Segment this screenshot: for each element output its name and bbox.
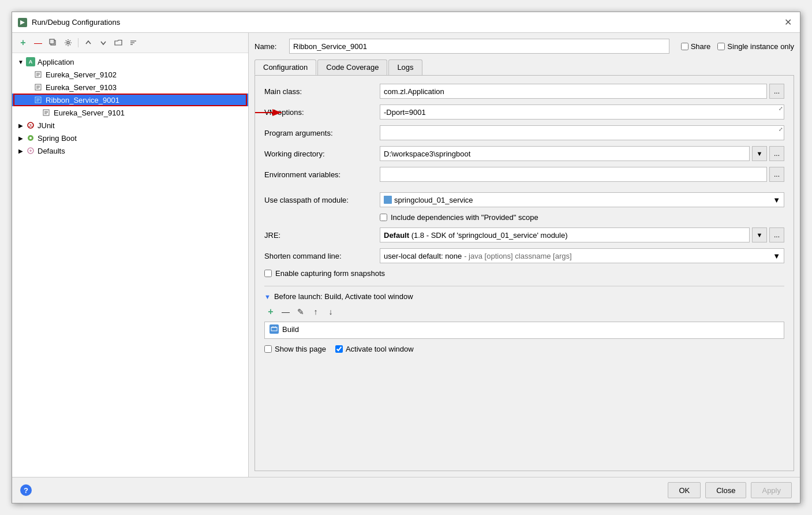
tree-label-springboot: Spring Boot — [38, 134, 77, 143]
svg-point-3 — [67, 42, 69, 44]
toggle-defaults[interactable]: ▶ — [17, 147, 25, 155]
launch-remove-btn[interactable]: — — [279, 305, 292, 318]
vm-options-input[interactable] — [380, 105, 784, 120]
name-input[interactable] — [289, 39, 669, 54]
move-up-button[interactable] — [82, 36, 95, 49]
build-icon — [270, 324, 279, 334]
launch-list-item-build[interactable]: Build — [265, 322, 784, 336]
main-class-control: ... — [380, 84, 784, 99]
run-debug-dialog: Run/Debug Configurations ✕ + — — [12, 12, 800, 503]
copy-config-button[interactable] — [47, 36, 59, 49]
config-tree[interactable]: ▼ A Application Eureka_Server_9102 E — [12, 53, 248, 477]
jre-select[interactable]: Default (1.8 - SDK of 'springcloud_01_se… — [380, 227, 750, 242]
jre-row: JRE: Default (1.8 - SDK of 'springcloud_… — [264, 227, 784, 242]
vm-expand-icon[interactable]: ⤢ — [773, 105, 784, 120]
env-vars-browse-btn[interactable]: ... — [769, 167, 784, 182]
config-icon-ribbon9001 — [34, 95, 43, 105]
config-icon-eureka9101 — [42, 108, 51, 117]
tree-item-springboot[interactable]: ▶ Spring Boot — [12, 132, 248, 144]
shorten-cmd-select[interactable]: user-local default: none - java [options… — [380, 248, 784, 263]
name-label: Name: — [255, 42, 283, 51]
add-config-button[interactable]: + — [17, 36, 29, 49]
classpath-select[interactable]: springcloud_01_service ▼ — [380, 192, 784, 207]
launch-edit-btn[interactable]: ✎ — [294, 305, 307, 318]
before-launch-header: ▼ Before launch: Build, Activate tool wi… — [264, 292, 784, 301]
working-dir-row: Working directory: ▼ ... — [264, 146, 784, 161]
before-launch-triangle[interactable]: ▼ — [264, 293, 271, 300]
sort-button[interactable] — [127, 36, 140, 49]
env-vars-input[interactable] — [380, 167, 767, 182]
single-instance-checkbox[interactable] — [717, 43, 725, 50]
title-bar-left: Run/Debug Configurations — [18, 18, 120, 27]
jre-dropdown[interactable]: ▼ — [752, 227, 767, 242]
show-page-label[interactable]: Show this page — [264, 345, 326, 353]
before-launch-list: Build — [264, 322, 784, 339]
apply-button[interactable]: Apply — [751, 482, 792, 498]
toggle-junit[interactable]: ▶ — [17, 121, 25, 129]
tree-label-eureka9102: Eureka_Server_9102 — [46, 70, 117, 79]
launch-down-btn[interactable]: ↓ — [324, 305, 337, 318]
left-panel: + — — [12, 33, 249, 477]
svg-rect-2 — [50, 39, 54, 44]
tab-code-coverage[interactable]: Code Coverage — [317, 59, 387, 75]
bottom-checkboxes: Show this page Activate tool window — [264, 345, 784, 353]
share-label[interactable]: Share — [681, 42, 711, 51]
move-down-button[interactable] — [97, 36, 110, 49]
jre-label: JRE: — [264, 231, 380, 240]
close-dialog-button[interactable]: Close — [705, 482, 746, 498]
program-args-input[interactable] — [380, 125, 784, 140]
classpath-label: Use classpath of module: — [264, 196, 380, 204]
share-row: Share Single instance only — [681, 42, 794, 51]
build-label: Build — [282, 325, 299, 334]
enable-snapshots-checkbox[interactable] — [264, 270, 272, 277]
tree-item-junit[interactable]: ▶ JU JUnit — [12, 119, 248, 132]
application-icon: A — [26, 57, 35, 66]
include-deps-row: Include dependencies with "Provided" sco… — [264, 213, 784, 222]
tree-item-ribbon9001[interactable]: Ribbon_Service_9001 — [12, 94, 248, 106]
classpath-row: Use classpath of module: springcloud_01_… — [264, 192, 784, 207]
activate-window-checkbox[interactable] — [335, 345, 343, 353]
settings-config-button[interactable] — [62, 36, 74, 49]
launch-up-btn[interactable]: ↑ — [309, 305, 322, 318]
tree-item-defaults[interactable]: ▶ Defaults — [12, 144, 248, 157]
folder-button[interactable] — [112, 36, 125, 49]
title-bar-icon — [18, 18, 27, 27]
main-class-input[interactable] — [380, 84, 767, 99]
main-class-browse-btn[interactable]: ... — [769, 84, 784, 99]
include-deps-label: Include dependencies with "Provided" sco… — [391, 213, 538, 222]
module-icon — [384, 196, 392, 204]
remove-config-button[interactable]: — — [32, 36, 44, 49]
tree-item-eureka9103[interactable]: Eureka_Server_9103 — [12, 81, 248, 94]
help-icon[interactable]: ? — [20, 484, 32, 496]
tree-item-application[interactable]: ▼ A Application — [12, 55, 248, 68]
toggle-application[interactable]: ▼ — [17, 58, 25, 66]
tab-logs[interactable]: Logs — [388, 59, 422, 75]
single-instance-label[interactable]: Single instance only — [717, 42, 794, 51]
enable-snapshots-row: Enable capturing form snapshots — [264, 269, 784, 278]
working-dir-label: Working directory: — [264, 150, 380, 158]
svg-rect-31 — [271, 327, 277, 331]
tree-item-eureka9101[interactable]: Eureka_Server_9101 — [12, 106, 248, 119]
tab-configuration[interactable]: Configuration — [255, 59, 316, 75]
toggle-springboot[interactable]: ▶ — [17, 134, 25, 142]
ok-button[interactable]: OK — [668, 482, 701, 498]
jre-value: Default (1.8 - SDK of 'springcloud_01_se… — [384, 231, 568, 240]
env-vars-label: Environment variables: — [264, 170, 380, 179]
include-deps-checkbox[interactable] — [380, 214, 387, 221]
sep1 — [78, 38, 78, 47]
show-page-checkbox[interactable] — [264, 345, 272, 353]
working-dir-input[interactable] — [380, 146, 750, 161]
jre-control: Default (1.8 - SDK of 'springcloud_01_se… — [380, 227, 784, 242]
share-checkbox[interactable] — [681, 43, 688, 50]
working-dir-dropdown[interactable]: ▼ — [752, 146, 767, 161]
jre-browse-btn[interactable]: ... — [769, 227, 784, 242]
launch-add-btn[interactable]: + — [264, 305, 277, 318]
close-button[interactable]: ✕ — [782, 17, 794, 28]
right-panel: Name: Share Single instance only Confi — [249, 33, 800, 477]
svg-text:JU: JU — [29, 124, 34, 128]
vm-options-row: VM options: ⤢ — [264, 105, 784, 120]
working-dir-browse-btn[interactable]: ... — [769, 146, 784, 161]
tree-item-eureka9102[interactable]: Eureka_Server_9102 — [12, 68, 248, 81]
activate-window-label[interactable]: Activate tool window — [335, 345, 414, 353]
prog-args-expand-icon[interactable]: ⤢ — [773, 125, 784, 140]
